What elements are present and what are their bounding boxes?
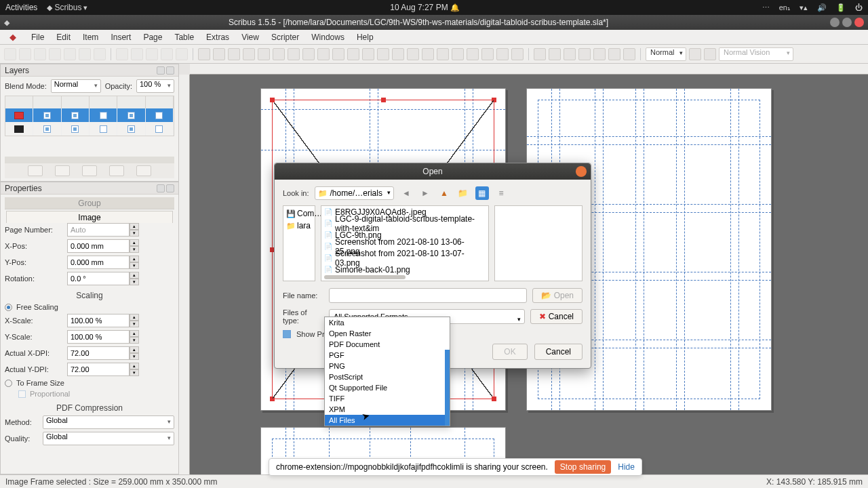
- menu-view[interactable]: View: [236, 31, 264, 43]
- free-scaling-radio[interactable]: [5, 304, 12, 311]
- menu-file[interactable]: File: [26, 31, 50, 43]
- file-list-scrollbar[interactable]: [324, 275, 406, 279]
- panel-shade-icon[interactable]: [157, 184, 165, 192]
- tool-pdf-combo-icon[interactable]: [578, 48, 591, 60]
- file-list[interactable]: 📄E8RGJJ9X0AQAd8-.jpeg 📄LGC-9-digital-tab…: [321, 205, 489, 281]
- tool-new-icon[interactable]: [4, 48, 16, 60]
- quality-select[interactable]: Global: [43, 432, 174, 445]
- language-indicator[interactable]: en₁: [779, 3, 790, 12]
- ruler-corner[interactable]: [179, 64, 190, 75]
- new-folder-button[interactable]: 📁: [456, 186, 470, 200]
- tool-arc-icon[interactable]: [288, 48, 300, 60]
- tool-close-icon[interactable]: [49, 48, 61, 60]
- tool-paste-icon[interactable]: [176, 48, 188, 60]
- filename-input[interactable]: [329, 288, 527, 303]
- layer-lock-checkbox[interactable]: [100, 125, 107, 133]
- clock[interactable]: 10 Aug 7:27 PM 🔔: [87, 3, 762, 12]
- ok-button[interactable]: OK: [492, 344, 527, 360]
- ruler-horizontal[interactable]: [190, 64, 868, 75]
- tool-link-frames-icon[interactable]: [452, 48, 464, 60]
- layer-flow-checkbox[interactable]: [127, 112, 135, 119]
- method-select[interactable]: Global: [43, 415, 174, 429]
- tool-zoom-icon[interactable]: [407, 48, 419, 60]
- filetype-option[interactable]: PNG: [325, 361, 450, 371]
- col-outline-icon[interactable]: [146, 96, 174, 108]
- menu-help[interactable]: Help: [351, 31, 379, 43]
- filetype-option[interactable]: TIFF: [325, 393, 450, 404]
- tool-pdf-annot-icon[interactable]: [608, 48, 620, 60]
- tool-open-icon[interactable]: [19, 48, 31, 60]
- tab-group[interactable]: Group: [5, 197, 174, 209]
- tool-table-icon[interactable]: [258, 48, 270, 60]
- layer-scrollbar[interactable]: [5, 157, 174, 163]
- menu-extras[interactable]: Extras: [201, 31, 235, 43]
- tab-image[interactable]: Image: [6, 211, 173, 223]
- blend-mode-select[interactable]: Normal: [51, 79, 101, 93]
- filetype-option[interactable]: All Files: [325, 415, 450, 426]
- drive-item[interactable]: 💾Com…: [286, 209, 312, 218]
- col-print-icon[interactable]: [62, 96, 90, 108]
- menu-scripter[interactable]: Scripter: [266, 31, 304, 43]
- menu-item[interactable]: Item: [77, 31, 104, 43]
- col-color-icon[interactable]: [5, 96, 33, 108]
- tool-calligraphic-icon[interactable]: [377, 48, 389, 60]
- col-visible-icon[interactable]: [33, 96, 61, 108]
- tool-pdf-push-icon[interactable]: [534, 48, 546, 60]
- minimize-button[interactable]: [830, 18, 840, 27]
- tool-preview-icon[interactable]: [704, 48, 716, 60]
- tool-pdf-link-icon[interactable]: [623, 48, 635, 60]
- to-frame-size-radio[interactable]: [5, 380, 12, 387]
- menu-page[interactable]: Page: [138, 31, 167, 43]
- tool-redo-icon[interactable]: [131, 48, 143, 60]
- tool-bezier-icon[interactable]: [347, 48, 359, 60]
- maximize-button[interactable]: [842, 18, 852, 27]
- filetype-option[interactable]: PostScript: [325, 371, 450, 382]
- tool-undo-icon[interactable]: [116, 48, 128, 60]
- tool-pdf-check-icon[interactable]: [564, 48, 576, 60]
- xscale-spinner[interactable]: ▴▾: [67, 314, 139, 327]
- list-view-button[interactable]: ▦: [475, 186, 489, 200]
- panel-close-icon[interactable]: [166, 66, 174, 75]
- dropdown-scrollbar[interactable]: [445, 350, 450, 426]
- list-item[interactable]: 📄Screenshot from 2021-08-10 13-07-03.png: [321, 252, 488, 264]
- battery-icon[interactable]: 🔋: [836, 3, 846, 12]
- app-menu-icon[interactable]: ◆ Scribus ▾: [47, 3, 87, 12]
- layer-visible-checkbox[interactable]: [43, 125, 51, 133]
- tool-pdf-icon[interactable]: [94, 48, 106, 60]
- layer-visible-checkbox[interactable]: [43, 112, 51, 119]
- up-button[interactable]: ▲: [437, 186, 451, 200]
- actual-ydpi-spinner[interactable]: ▴▾: [67, 363, 139, 376]
- window-close-button[interactable]: [854, 18, 864, 27]
- menu-edit[interactable]: Edit: [51, 31, 76, 43]
- panel-close-icon[interactable]: [166, 184, 174, 192]
- cancel2-button[interactable]: Cancel: [534, 344, 583, 360]
- activities-button[interactable]: Activities: [5, 3, 37, 12]
- tool-freehand-icon[interactable]: [362, 48, 374, 60]
- rotation-spinner[interactable]: ▴▾: [67, 272, 139, 285]
- yscale-spinner[interactable]: ▴▾: [67, 330, 139, 344]
- list-item[interactable]: 📄LGC-9-digital-tabloid-scribus-template-…: [321, 218, 488, 229]
- page-number-spinner[interactable]: ▴▾: [67, 223, 139, 237]
- dialog-close-button[interactable]: [576, 166, 587, 177]
- tool-cut-icon[interactable]: [146, 48, 158, 60]
- filetype-option[interactable]: Qt Supported File: [325, 382, 450, 393]
- volume-icon[interactable]: 🔊: [817, 3, 827, 12]
- filetype-dropdown[interactable]: Krita Open Raster PDF Document PGF PNG P…: [324, 317, 450, 426]
- layer-print-checkbox[interactable]: [71, 125, 79, 133]
- ruler-vertical[interactable]: [179, 64, 190, 474]
- back-button[interactable]: ◄: [399, 186, 413, 200]
- menu-insert[interactable]: Insert: [105, 31, 136, 43]
- stop-sharing-button[interactable]: Stop sharing: [555, 460, 611, 474]
- tool-text-frame-icon[interactable]: [213, 48, 225, 60]
- tool-rotate-icon[interactable]: [392, 48, 404, 60]
- tool-spiral-icon[interactable]: [302, 48, 315, 60]
- tool-image-frame-icon[interactable]: [228, 48, 240, 60]
- filetype-option[interactable]: XPM: [325, 404, 450, 415]
- open-button[interactable]: 📂Open: [532, 288, 583, 303]
- hide-banner-button[interactable]: Hide: [618, 462, 635, 472]
- network-icon[interactable]: ▾▴: [800, 3, 808, 12]
- power-icon[interactable]: ⏻: [855, 3, 863, 12]
- layer-print-checkbox[interactable]: [71, 112, 79, 119]
- tool-preflight-icon[interactable]: [79, 48, 91, 60]
- tool-measure-icon[interactable]: [481, 48, 494, 60]
